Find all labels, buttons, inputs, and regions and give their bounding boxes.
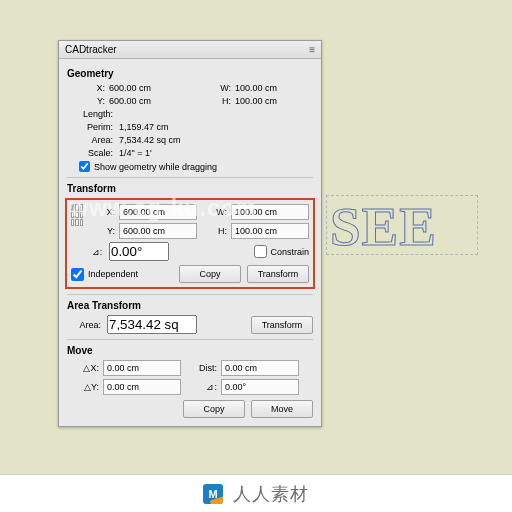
- constrain-label: Constrain: [270, 247, 309, 257]
- geometry-length-label: Length:: [69, 109, 113, 119]
- show-geometry-while-dragging[interactable]: Show geometry while dragging: [79, 161, 313, 172]
- move-dx-label: △X:: [67, 363, 99, 373]
- transform-h-input[interactable]: [231, 223, 309, 239]
- move-dy-label: △Y:: [67, 382, 99, 392]
- separator: [67, 177, 313, 178]
- area-transform-heading: Area Transform: [67, 300, 313, 311]
- reference-point-grid[interactable]: [71, 204, 83, 226]
- geometry-scale-value: 1/4" = 1': [119, 148, 313, 158]
- area-transform-area-label: Area:: [67, 320, 101, 330]
- geometry-scale-label: Scale:: [69, 148, 113, 158]
- geometry-w-label: W:: [203, 83, 231, 93]
- move-apply-button[interactable]: Move: [251, 400, 313, 418]
- geometry-perim-value: 1,159.47 cm: [119, 122, 313, 132]
- move-copy-button[interactable]: Copy: [183, 400, 245, 418]
- move-angle-label: ⊿:: [185, 382, 217, 392]
- transform-y-input[interactable]: [119, 223, 197, 239]
- transform-w-label: W:: [201, 207, 227, 217]
- transform-x-input[interactable]: [119, 204, 197, 220]
- geometry-h-label: H:: [203, 96, 231, 106]
- angle-icon: ⊿:: [89, 247, 105, 257]
- transform-h-label: H:: [201, 226, 227, 236]
- geometry-h-value: 100.00 cm: [235, 96, 325, 106]
- transform-x-label: X:: [89, 207, 115, 217]
- geometry-y-label: Y:: [71, 96, 105, 106]
- area-transform-area-input[interactable]: [107, 315, 197, 334]
- constrain-checkbox[interactable]: [254, 245, 267, 258]
- constrain-option[interactable]: Constrain: [254, 245, 309, 258]
- move-dist-input[interactable]: [221, 360, 299, 376]
- geometry-x-label: X:: [71, 83, 105, 93]
- area-transform-button[interactable]: Transform: [251, 316, 313, 334]
- panel-body: Geometry X: 600.00 cm W: 100.00 cm Y: 60…: [59, 59, 321, 426]
- geometry-heading: Geometry: [67, 68, 313, 79]
- independent-option[interactable]: Independent: [71, 268, 138, 281]
- footer-brand: M 人人素材: [0, 474, 512, 512]
- brand-text: 人人素材: [233, 482, 309, 506]
- independent-checkbox[interactable]: [71, 268, 84, 281]
- geometry-length-value: [119, 109, 313, 119]
- panel-titlebar[interactable]: CADtracker ≡: [59, 41, 321, 59]
- brand-logo-initial: M: [208, 488, 217, 500]
- geometry-readouts: Length: Perim: 1,159.47 cm Area: 7,534.4…: [69, 109, 313, 158]
- brand-logo-icon: M: [203, 484, 223, 504]
- geometry-w-value: 100.00 cm: [235, 83, 325, 93]
- transform-apply-button[interactable]: Transform: [247, 265, 309, 283]
- geometry-y-value: 600.00 cm: [109, 96, 199, 106]
- transform-copy-button[interactable]: Copy: [179, 265, 241, 283]
- transform-angle-input[interactable]: [109, 242, 169, 261]
- show-geometry-label: Show geometry while dragging: [94, 162, 217, 172]
- geometry-perim-label: Perim:: [69, 122, 113, 132]
- separator: [67, 294, 313, 295]
- geometry-x-value: 600.00 cm: [109, 83, 199, 93]
- transform-heading: Transform: [67, 183, 313, 194]
- cadtracker-panel: CADtracker ≡ Geometry X: 600.00 cm W: 10…: [58, 40, 322, 427]
- transform-w-input[interactable]: [231, 204, 309, 220]
- separator: [67, 339, 313, 340]
- geometry-area-value: 7,534.42 sq cm: [119, 135, 313, 145]
- move-dy-input[interactable]: [103, 379, 181, 395]
- move-dx-input[interactable]: [103, 360, 181, 376]
- transform-y-label: Y:: [89, 226, 115, 236]
- panel-menu-icon[interactable]: ≡: [303, 44, 315, 55]
- geometry-grid: X: 600.00 cm W: 100.00 cm Y: 600.00 cm H…: [71, 83, 313, 106]
- canvas-selected-text[interactable]: SEE: [330, 195, 437, 258]
- move-heading: Move: [67, 345, 313, 356]
- transform-highlight-box: X: W: Y: H: ⊿: Constr: [65, 198, 315, 289]
- panel-title: CADtracker: [65, 44, 117, 55]
- move-dist-label: Dist:: [185, 363, 217, 373]
- independent-label: Independent: [88, 269, 138, 279]
- move-angle-input[interactable]: [221, 379, 299, 395]
- geometry-area-label: Area:: [69, 135, 113, 145]
- show-geometry-checkbox[interactable]: [79, 161, 90, 172]
